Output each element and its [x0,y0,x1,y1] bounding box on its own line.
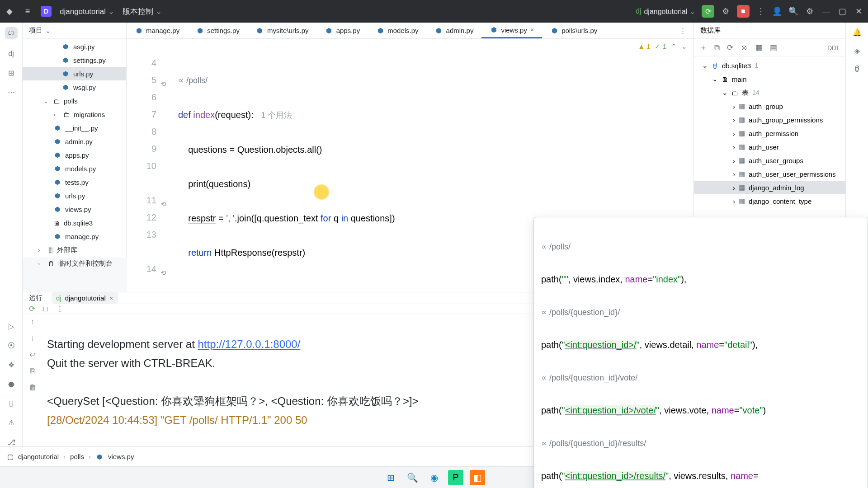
more-tool-icon[interactable]: ⋯ [8,88,15,97]
database-toolbar[interactable]: ＋ ⧉ ⟳ ⦻ ▦ ▤ DDL [694,39,845,57]
refresh-icon[interactable]: ⟳ [727,43,733,52]
down-icon[interactable]: ↓ [31,334,35,343]
tab-settings[interactable]: ⬢settings.py [188,23,248,38]
project-tool-icon[interactable]: 🗂 [5,27,18,39]
vcs-menu[interactable]: 版本控制 [123,6,162,17]
database-tree[interactable]: ⌄🛢db.sqlite3 1 ⌄🗎main ⌄🗀表 14 ›▦auth_grou… [694,57,845,210]
tab-views[interactable]: ⬢views.py× [481,23,542,38]
stop-sync-icon[interactable]: ⦻ [741,43,748,52]
ddl-button[interactable]: DDL [827,44,840,52]
db-table[interactable]: ›▦django_content_type [694,194,845,208]
stop-button[interactable]: ■ [737,5,750,18]
debug-tool-icon[interactable]: ⬣ [8,380,14,389]
tab-apps[interactable]: ⬢apps.py [317,23,368,38]
trash-icon[interactable]: 🗑 [29,383,37,392]
wrap-icon[interactable]: ↩ [29,350,36,360]
tree-file[interactable]: ⬢apps.py [23,148,126,162]
filter-icon[interactable]: ▤ [770,43,777,52]
search-taskbar-icon[interactable]: 🔍 [405,470,420,485]
editor-tabs: ⬢manage.py ⬢settings.py ⬢mysite\urls.py … [127,23,693,39]
pycharm-taskbar-icon[interactable]: P [448,470,463,485]
db-node[interactable]: ⌄🗎main [694,72,845,86]
django-tool-icon[interactable]: dj [8,50,14,58]
project-tree[interactable]: ⬢asgi.py ⬢settings.py ⬢urls.py ⬢wsgi.py … [23,39,126,271]
tree-file[interactable]: 🗎db.sqlite3 [23,216,126,230]
db-node[interactable]: ⌄🗀表 14 [694,86,845,99]
hamburger-icon[interactable]: ≡ [23,6,33,16]
cursor-highlight [314,184,329,200]
start-icon[interactable]: ⊞ [383,470,398,485]
tab-polls-urls[interactable]: ⬢polls\urls.py [542,23,605,38]
tree-file[interactable]: ⬢__init__.py [23,121,126,135]
db-table-selected[interactable]: ›▦django_admin_log [694,181,845,194]
git-icon[interactable]: ⎇ [7,438,15,446]
inspection-bar[interactable]: ▲ 1 ✓ 1 ⌃⌄ [127,39,693,54]
project-name[interactable]: djangotutorial [60,7,114,16]
tree-file[interactable]: ⬢wsgi.py [23,80,126,94]
stop-process-icon[interactable]: □ [43,305,48,314]
close-tab-icon[interactable]: × [530,26,534,33]
tree-file[interactable]: ⬢models.py [23,162,126,175]
db-table[interactable]: ›▦auth_user_user_permissions [694,167,845,181]
services-icon[interactable]: ❖ [8,361,14,369]
tree-file[interactable]: ⬢tests.py [23,175,126,189]
db-table[interactable]: ›▦auth_group [694,99,845,113]
tree-folder[interactable]: ⌄🗀polls [23,94,126,108]
db-node[interactable]: ⌄🛢db.sqlite3 1 [694,59,845,72]
run-config-icon[interactable]: djdjangotutorial [636,7,695,16]
duplicate-icon[interactable]: ⧉ [714,43,720,52]
run-more-icon[interactable]: ⋮ [56,304,64,314]
db-table[interactable]: ›▦auth_permission [694,127,845,140]
ai-assistant-icon[interactable]: ◈ [854,47,860,55]
close-run-tab-icon[interactable]: × [109,294,113,302]
settings-icon[interactable]: ⚙ [805,6,815,16]
notifications-icon[interactable]: 🔔 [853,28,862,37]
tree-file[interactable]: ⬢admin.py [23,135,126,148]
maximize-icon[interactable]: ▢ [837,6,847,16]
run-button[interactable]: ⟳ [702,5,714,18]
minimize-icon[interactable]: — [821,6,831,16]
tree-folder[interactable]: ›🀘外部库 [23,243,126,257]
structure-tool-icon[interactable]: ⊞ [8,69,14,77]
tree-file[interactable]: ⬢manage.py [23,230,126,243]
tree-file[interactable]: ⬢asgi.py [23,40,126,53]
tab-mysite-urls[interactable]: ⬢mysite\urls.py [248,23,317,38]
tree-file-active[interactable]: ⬢urls.py [23,67,126,80]
db-table[interactable]: ›▦auth_group_permissions [694,113,845,127]
project-panel-header[interactable]: 项目⌄ [23,23,126,39]
table-icon[interactable]: ▦ [755,43,763,52]
debug-icon[interactable]: ⚙ [721,6,731,16]
tabs-more-icon[interactable]: ⋮ [679,27,693,35]
add-icon[interactable]: ＋ [699,42,707,53]
terminal-icon[interactable]: ⌷ [9,399,14,408]
tab-models[interactable]: ⬢models.py [368,23,426,38]
edge-icon[interactable]: ◉ [426,470,442,485]
close-icon[interactable]: ✕ [854,6,863,16]
db-table[interactable]: ›▦auth_user [694,140,845,154]
rerun-icon[interactable]: ⟳ [29,304,35,314]
run-tool-icon[interactable]: ▷ [9,322,14,331]
search-icon[interactable]: 🔍 [788,6,798,16]
run-side-toolbar[interactable]: ↑ ↓ ↩ ⎘ 🗑 [23,314,42,450]
tab-admin[interactable]: ⬢admin.py [427,23,482,38]
tab-manage[interactable]: ⬢manage.py [127,23,188,38]
python-console-icon[interactable]: ⦿ [8,342,15,350]
app-taskbar-icon[interactable]: ◧ [470,470,485,485]
up-icon[interactable]: ↑ [31,318,35,327]
db-table[interactable]: ›▦auth_user_groups [694,154,845,167]
endpoint-popup: /polls/ path("", views.index, name="inde… [533,217,868,488]
collab-icon[interactable]: 👤 [772,6,782,16]
tree-folder[interactable]: ›🗀migrations [23,108,126,121]
scroll-icon[interactable]: ⎘ [30,367,35,376]
more-vert-icon[interactable]: ⋮ [756,6,766,16]
tree-file[interactable]: ⬢views.py [23,202,126,216]
tree-folder[interactable]: ›🗒临时文件和控制台 [23,257,126,270]
database-tool-icon[interactable]: 🛢 [854,65,861,73]
app-icon: ◆ [5,6,14,16]
breadcrumbs[interactable]: ▢djangotutorial› polls› ⬢views.py [7,453,134,461]
tree-file[interactable]: ⬢urls.py [23,189,126,202]
database-panel-header[interactable]: 数据库 [694,23,845,39]
run-config-tab[interactable]: djdjangotutorial× [52,292,118,304]
problems-icon[interactable]: ⚠ [8,418,14,427]
tree-file[interactable]: ⬢settings.py [23,53,126,67]
